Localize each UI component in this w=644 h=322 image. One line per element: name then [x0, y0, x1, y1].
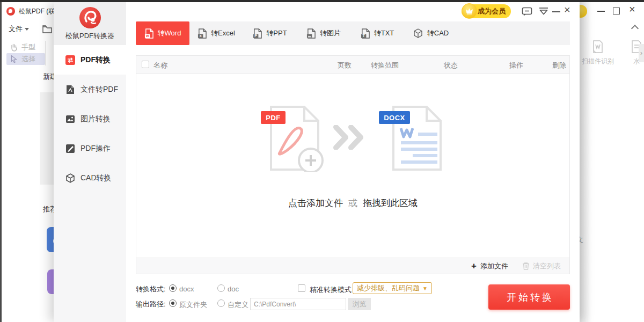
tab-to-txt[interactable]: T 转TXT — [350, 21, 404, 45]
sidebar-item-file-to-pdf[interactable]: 文件转PDF — [54, 75, 126, 104]
col-delete: 删除 — [552, 61, 566, 70]
format-docx-radio[interactable] — [169, 284, 177, 292]
col-action: 操作 — [509, 61, 523, 70]
start-convert-button[interactable]: 开始转换 — [488, 284, 570, 310]
ribbon-collapse-icon[interactable] — [631, 25, 639, 32]
pdf-converter-dialog: 松鼠PDF转换器 PDF转换 文件转PDF 图片转换 — [54, 2, 580, 322]
convert-tabs-bar: w 转Word x 转Excel P 转PPT — [136, 21, 570, 45]
dialog-close-button[interactable]: × — [564, 4, 570, 16]
precise-tip-label: 减少排版、乱码问题 — [357, 283, 420, 293]
panel-expand-button[interactable]: › — [639, 44, 644, 62]
member-label: 成为会员 — [478, 6, 506, 16]
dialog-minimize-button[interactable] — [552, 11, 560, 12]
precise-mode-label: 精准转换模式 — [310, 285, 352, 295]
select-tool-label: 选择 — [21, 54, 35, 64]
file-to-pdf-icon — [65, 85, 75, 94]
screen-left-edge — [0, 2, 2, 322]
select-all-checkbox[interactable] — [142, 61, 149, 68]
pdf-convert-icon — [65, 55, 75, 65]
sidebar-item-pdf-convert[interactable]: PDF转换 — [54, 45, 126, 75]
sidebar-item-image-convert[interactable]: 图片转换 — [54, 104, 126, 134]
format-doc-label[interactable]: doc — [228, 285, 239, 293]
output-custom-label[interactable]: 自定义 — [228, 300, 248, 310]
open-folder-icon[interactable] — [42, 24, 53, 34]
sidebar-item-label: CAD转换 — [80, 173, 112, 183]
sidebar-item-label: PDF转换 — [80, 55, 111, 65]
output-path-label: 输出路径: — [136, 299, 166, 309]
hint-click: 点击添加文件 — [288, 198, 343, 208]
skin-menu-icon[interactable] — [538, 7, 549, 17]
image-convert-icon — [65, 114, 75, 124]
bg-minimize-button[interactable] — [597, 11, 605, 12]
format-label: 转换格式: — [136, 284, 166, 294]
file-table-header: 名称 页数 转换范围 状态 操作 删除 — [136, 55, 570, 74]
output-source-radio[interactable] — [169, 299, 177, 307]
output-path-input[interactable] — [250, 298, 346, 310]
squirrel-logo — [79, 7, 101, 28]
col-name: 名称 — [153, 61, 167, 70]
scan-doc-icon — [591, 40, 605, 54]
hint-or: 或 — [348, 198, 357, 208]
app-logo-box: 松鼠PDF转换器 — [54, 2, 126, 45]
feedback-icon[interactable] — [522, 7, 532, 17]
bg-maximize-button[interactable] — [613, 8, 620, 14]
plus-icon: + — [471, 261, 477, 272]
app-name: 松鼠PDF转换器 — [65, 31, 114, 41]
tab-to-word[interactable]: w 转Word — [136, 21, 189, 45]
file-drop-zone[interactable]: PDF DOCX 点击添加文件或拖拽到此区域 — [136, 74, 570, 258]
hand-icon — [10, 43, 18, 52]
pdf-badge: PDF — [261, 111, 286, 124]
become-member-button[interactable]: 成为会员 — [462, 4, 511, 18]
tab-to-image[interactable]: 转图片 — [297, 21, 350, 45]
output-custom-radio[interactable] — [217, 299, 225, 307]
cursor-icon — [10, 55, 18, 63]
txt-doc-icon: T — [361, 28, 370, 39]
tab-label: 转CAD — [427, 28, 449, 38]
tab-label: 转Excel — [211, 28, 235, 38]
sidebar-item-label: 图片转换 — [80, 114, 111, 124]
tab-label: 转TXT — [374, 28, 394, 38]
ppt-doc-icon: P — [253, 28, 262, 39]
hand-tool[interactable]: 手型 — [10, 42, 35, 53]
sidebar-item-cad-convert[interactable]: CAD转换 — [54, 163, 126, 193]
trash-icon — [522, 262, 530, 270]
sidebar: 松鼠PDF转换器 PDF转换 文件转PDF 图片转换 — [54, 2, 126, 322]
bg-close-button[interactable]: × — [629, 3, 635, 16]
col-range: 转换范围 — [371, 61, 399, 70]
crown-icon — [462, 3, 477, 19]
hint-drag: 拖拽到此区域 — [363, 198, 418, 208]
sidebar-item-pdf-operations[interactable]: PDF操作 — [54, 134, 126, 163]
dialog-shadow — [580, 2, 591, 322]
browse-button[interactable]: 浏览 — [348, 298, 371, 310]
toolbar-separator — [45, 41, 46, 65]
sidebar-item-label: PDF操作 — [80, 144, 111, 153]
file-menu[interactable]: 文件 — [9, 24, 29, 34]
precise-tip-dropdown[interactable]: 减少排版、乱码问题 ▼ — [353, 282, 432, 294]
add-files-button[interactable]: + 添加文件 — [471, 261, 508, 272]
convert-arrow-icon — [333, 125, 366, 150]
svg-text:x: x — [200, 34, 202, 38]
svg-text:P: P — [255, 34, 258, 38]
tab-to-cad[interactable]: 转CAD — [404, 21, 458, 45]
precise-mode-checkbox[interactable] — [298, 284, 305, 292]
hand-tool-label: 手型 — [21, 42, 35, 52]
cad-convert-icon — [65, 173, 75, 183]
format-docx-label[interactable]: docx — [179, 285, 194, 293]
screen-top-edge — [0, 0, 644, 2]
col-status: 状态 — [444, 61, 458, 70]
list-footer: + 添加文件 清空列表 — [136, 258, 570, 274]
excel-doc-icon: x — [197, 28, 207, 39]
output-source-label[interactable]: 原文件夹 — [179, 300, 207, 310]
format-doc-radio[interactable] — [217, 284, 225, 292]
select-tool[interactable]: 选择 — [10, 54, 35, 64]
word-doc-icon: w — [144, 28, 153, 39]
clear-list-button[interactable]: 清空列表 — [522, 261, 561, 271]
pdf-operations-icon — [65, 144, 75, 153]
tab-to-excel[interactable]: x 转Excel — [189, 21, 243, 45]
squirrel-app-icon — [6, 7, 15, 16]
docx-file-icon: DOCX — [383, 105, 449, 172]
background-window-right: × 扫描件识别 水 › 文 — [580, 2, 644, 322]
tab-label: 转PPT — [266, 28, 287, 38]
add-files-label: 添加文件 — [480, 261, 508, 271]
tab-to-ppt[interactable]: P 转PPT — [243, 21, 297, 45]
